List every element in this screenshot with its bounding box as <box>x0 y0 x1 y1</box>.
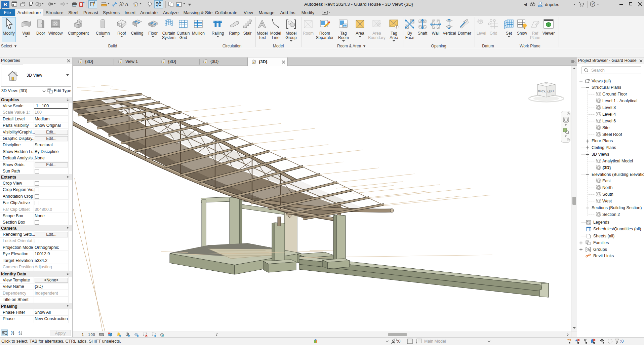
svg-text:1: 1 <box>344 25 346 27</box>
svg-text:A: A <box>18 333 21 336</box>
svg-text:.1: .1 <box>477 19 479 21</box>
svg-text:R: R <box>4 1 7 7</box>
svg-text:1: 1 <box>396 26 397 28</box>
svg-text:Z: Z <box>11 333 12 336</box>
svg-text:?: ? <box>592 2 594 6</box>
